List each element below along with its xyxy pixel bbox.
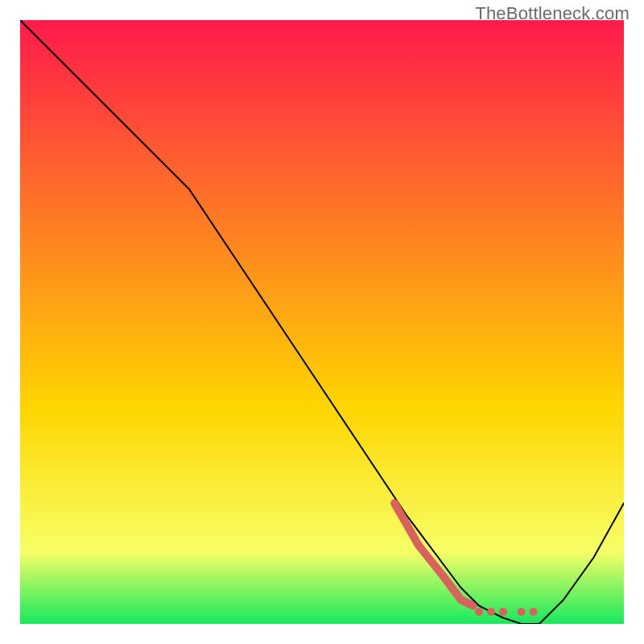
chart-container: TheBottleneck.com [0, 0, 644, 644]
highlight-dot [487, 608, 495, 616]
highlight-dot [518, 608, 526, 616]
highlight-dot [499, 608, 507, 616]
bottleneck-chart [20, 20, 624, 624]
highlight-dot [475, 608, 483, 616]
plot-area [20, 20, 624, 624]
highlight-dot [530, 608, 538, 616]
